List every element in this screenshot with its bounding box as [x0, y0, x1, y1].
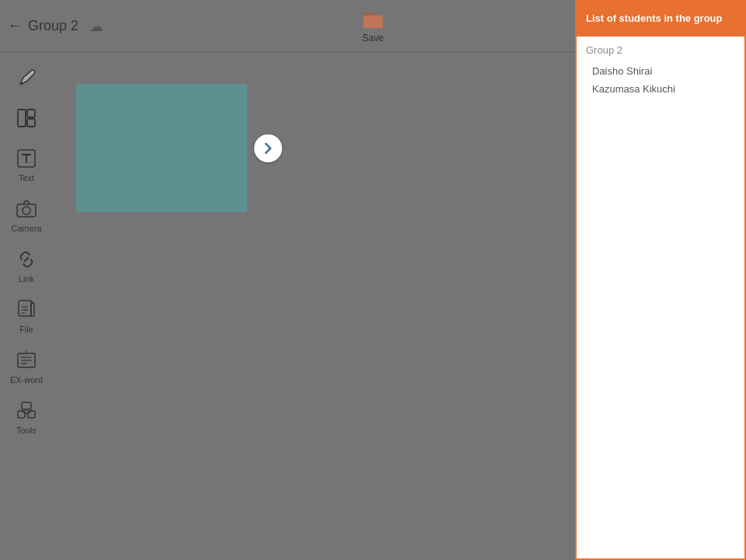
panel-group-name: Group 2: [586, 44, 735, 56]
text-icon: [12, 144, 40, 172]
sidebar-item-layout[interactable]: [4, 101, 49, 135]
sidebar-item-pen[interactable]: [4, 61, 49, 95]
sidebar: Text Camera Link: [0, 53, 53, 560]
svg-point-9: [23, 207, 30, 214]
text-label: Text: [19, 173, 34, 183]
cloud-icon[interactable]: ☁: [89, 18, 103, 35]
pen-icon: [12, 64, 40, 92]
header-left: ← Group 2 ☁: [8, 18, 103, 35]
next-arrow-button[interactable]: [254, 134, 282, 162]
arrow-right-icon: [261, 141, 275, 155]
panel-header: List of students in the group: [577, 2, 744, 37]
students-panel: List of students in the group Group 2 Da…: [575, 0, 746, 560]
sidebar-item-exword[interactable]: EX-word: [4, 343, 49, 388]
camera-label: Camera: [11, 224, 41, 233]
student-item[interactable]: Kazumasa Kikuchi: [586, 80, 735, 98]
sidebar-item-camera[interactable]: Camera: [4, 192, 49, 236]
link-icon: [12, 245, 40, 273]
save-button[interactable]: Save: [362, 9, 384, 43]
save-icon: [362, 9, 384, 31]
sidebar-item-file[interactable]: File: [4, 293, 49, 337]
svg-rect-3: [27, 110, 35, 117]
canvas-block: [76, 84, 247, 212]
tools-icon: [12, 397, 40, 425]
svg-rect-19: [22, 402, 31, 409]
back-button[interactable]: ←: [8, 18, 22, 34]
svg-rect-10: [19, 301, 31, 316]
svg-rect-4: [27, 119, 35, 127]
camera-icon: [12, 195, 40, 223]
link-label: Link: [19, 274, 34, 283]
svg-rect-0: [363, 15, 382, 28]
sidebar-item-tools[interactable]: Tools: [4, 394, 49, 438]
save-label: Save: [362, 33, 383, 43]
sidebar-item-link[interactable]: Link: [4, 242, 49, 287]
page-title: Group 2: [28, 18, 78, 34]
svg-rect-11: [31, 304, 34, 316]
panel-body: Group 2 Daisho Shirai Kazumasa Kikuchi: [577, 37, 744, 558]
panel-title: List of students in the group: [586, 12, 723, 26]
tools-label: Tools: [16, 426, 37, 435]
svg-rect-2: [18, 110, 26, 127]
file-label: File: [19, 325, 33, 334]
exword-icon: [12, 346, 40, 374]
file-icon: [12, 296, 40, 324]
sidebar-item-text[interactable]: Text: [4, 141, 49, 186]
student-item[interactable]: Daisho Shirai: [586, 62, 735, 80]
exword-label: EX-word: [10, 375, 43, 384]
header-center: Save: [362, 9, 384, 43]
main-canvas-area: [53, 53, 575, 560]
layout-icon: [12, 104, 40, 132]
